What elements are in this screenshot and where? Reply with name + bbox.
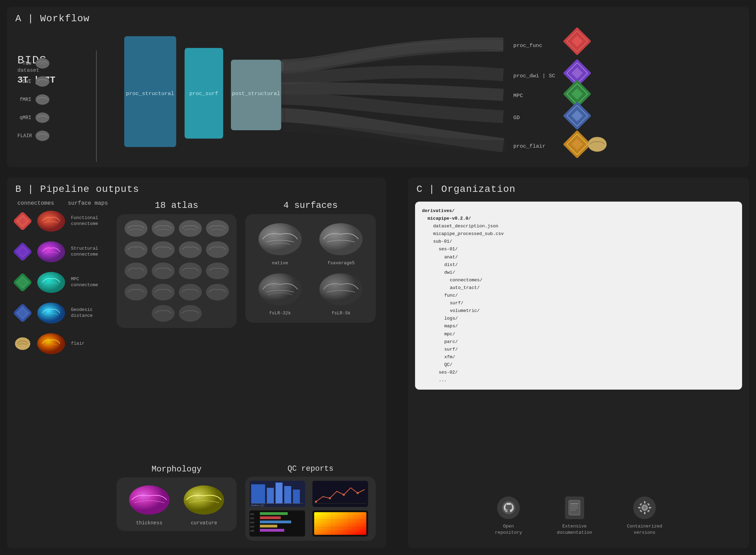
code-line-5: sub-01/ bbox=[433, 239, 452, 244]
svg-rect-28 bbox=[563, 130, 591, 159]
thickness-label: thickness bbox=[136, 520, 162, 526]
code-line-13: surf/ bbox=[450, 300, 463, 306]
svg-text:proc_flair: proc_flair bbox=[514, 143, 546, 149]
structural-connectome-diamond bbox=[14, 243, 31, 260]
svg-point-35 bbox=[37, 211, 65, 232]
svg-rect-19 bbox=[563, 59, 591, 87]
code-line-14: volumetric/ bbox=[450, 308, 480, 313]
code-line-18: parc/ bbox=[444, 339, 458, 344]
surface-maps-header: surface maps bbox=[68, 200, 108, 206]
svg-rect-21 bbox=[571, 68, 583, 79]
flair-label: flair bbox=[71, 341, 85, 347]
code-line-11: auto_tract/ bbox=[450, 285, 480, 290]
input-fmri: fMRI bbox=[17, 94, 50, 105]
svg-rect-87 bbox=[260, 516, 281, 519]
svg-rect-77 bbox=[284, 486, 291, 503]
input-flair-label: FLAIR bbox=[17, 133, 31, 139]
surface-fsaverage5: fsaverage5 bbox=[313, 221, 369, 266]
atlas-brain-11 bbox=[178, 261, 203, 281]
svg-rect-23 bbox=[567, 84, 588, 104]
svg-rect-90 bbox=[260, 529, 284, 532]
documentation-label: Extensivedocumentation bbox=[557, 523, 592, 536]
section-a-title: A | Workflow bbox=[7, 7, 749, 28]
github-icon-container bbox=[497, 497, 520, 519]
section-b-title: B | Pipeline outputs bbox=[7, 178, 386, 198]
input-dwi-label: DWI bbox=[17, 79, 31, 84]
geodesic-distance-diamond bbox=[14, 304, 31, 322]
workflow-inner: BIDS dataset 3T | 7T T1w DWI bbox=[7, 26, 749, 167]
svg-rect-9 bbox=[231, 60, 281, 130]
atlas-brain-7 bbox=[178, 240, 203, 259]
atlas-row-2 bbox=[121, 240, 232, 259]
qc-grid: Motion QC s01 bbox=[245, 477, 376, 541]
functional-brain-surface bbox=[35, 209, 67, 233]
structural-connectome-item: Structuralconnectome bbox=[14, 240, 118, 264]
svg-point-68 bbox=[258, 223, 302, 255]
vertical-divider bbox=[96, 50, 97, 162]
svg-text:proc_func: proc_func bbox=[514, 42, 542, 49]
atlas-grid bbox=[117, 214, 237, 328]
surface-fslr32k: fsLR-32k bbox=[252, 271, 308, 316]
code-block: derivatives/ micapipe-v0.2.0/ dataset_de… bbox=[415, 202, 742, 390]
section-c-title: C | Organization bbox=[408, 178, 749, 198]
svg-text:s05: s05 bbox=[250, 530, 254, 532]
atlas-row-4 bbox=[121, 283, 232, 302]
atlas-brain-17 bbox=[151, 304, 176, 323]
code-line-7: anat/ bbox=[444, 255, 458, 260]
fslr5k-label: fsLR-5k bbox=[332, 311, 351, 316]
svg-rect-7 bbox=[185, 48, 223, 139]
atlas-brain-12 bbox=[205, 261, 230, 281]
atlas-brain-8 bbox=[205, 240, 230, 259]
mpc-connectome-label: MPCconnectome bbox=[71, 276, 98, 288]
geodesic-distance-item: Geodesicdistance bbox=[14, 301, 118, 325]
fsaverage5-label: fsaverage5 bbox=[327, 260, 355, 266]
morphology-container: thickness curvature bbox=[117, 477, 237, 531]
svg-rect-115 bbox=[647, 503, 650, 506]
svg-rect-30 bbox=[571, 139, 583, 150]
svg-rect-112 bbox=[638, 507, 640, 508]
atlas-brain-3 bbox=[178, 219, 203, 238]
documentation-item: Extensivedocumentation bbox=[557, 497, 592, 536]
svg-point-31 bbox=[588, 137, 607, 151]
functional-connectome-item: Functionalconnectome bbox=[14, 209, 118, 233]
atlas-brain-4 bbox=[205, 219, 230, 238]
code-line-19: surf/ bbox=[444, 347, 458, 352]
atlas-brain-16 bbox=[205, 283, 230, 302]
svg-text:proc_dwi | SC: proc_dwi | SC bbox=[514, 73, 555, 79]
code-line-10: connectomes/ bbox=[450, 278, 483, 283]
svg-point-47 bbox=[37, 303, 65, 323]
code-line-3: dataset_description.json bbox=[433, 224, 498, 229]
atlas-row-1 bbox=[121, 219, 232, 238]
open-repository-item: Openrepository bbox=[495, 497, 522, 536]
input-t1w-label: T1w bbox=[17, 61, 31, 66]
svg-text:MPC: MPC bbox=[514, 93, 523, 99]
svg-rect-17 bbox=[567, 31, 588, 52]
code-line-20: xfm/ bbox=[444, 354, 455, 360]
svg-point-49 bbox=[37, 333, 65, 354]
structural-brain-surface bbox=[35, 240, 67, 264]
surface-fslr5k: fsLR-5k bbox=[313, 271, 369, 316]
geodesic-brain-surface bbox=[35, 301, 67, 325]
connectomes-column: Functionalconnectome bbox=[14, 209, 118, 362]
structural-connectome-label: Structuralconnectome bbox=[71, 246, 98, 258]
svg-point-72 bbox=[129, 485, 169, 515]
svg-rect-110 bbox=[644, 501, 645, 503]
svg-rect-24 bbox=[571, 88, 583, 100]
code-line-21: QC/ bbox=[444, 362, 452, 367]
main-container: A | Workflow BIDS dataset 3T | 7T T1w bbox=[0, 0, 756, 555]
qmri-brain-icon bbox=[35, 112, 50, 124]
fsaverage5-surface-brain bbox=[317, 221, 365, 258]
svg-rect-5 bbox=[124, 36, 176, 147]
connectomes-header: connectomes bbox=[17, 200, 54, 206]
input-fmri-label: fMRI bbox=[17, 97, 31, 102]
flair-surface-brain bbox=[35, 331, 67, 356]
svg-rect-111 bbox=[644, 512, 645, 514]
svg-rect-113 bbox=[649, 507, 651, 508]
code-line-4: micapipe_processed_sub.csv bbox=[433, 231, 504, 236]
surfaces-section: 4 surfaces native bbox=[245, 200, 376, 323]
atlas-brain-13 bbox=[124, 283, 149, 302]
open-repository-label: Openrepository bbox=[495, 523, 522, 536]
bottom-icons-row: Openrepository Extensivedo bbox=[408, 497, 749, 536]
fslr32k-label: fsLR-32k bbox=[269, 311, 291, 316]
native-label: native bbox=[272, 260, 288, 266]
